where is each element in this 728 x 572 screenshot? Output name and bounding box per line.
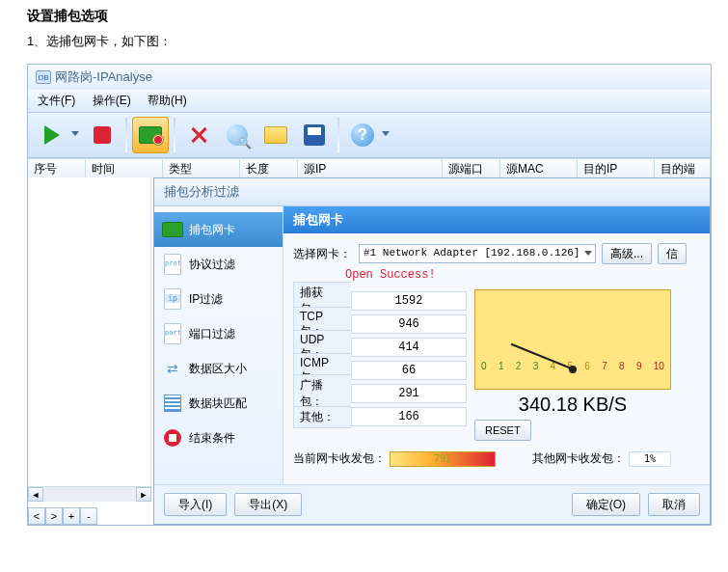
menu-file[interactable]: 文件(F) (38, 94, 75, 107)
help-button[interactable]: ? (344, 117, 381, 153)
menu-help[interactable]: 帮助(H) (148, 94, 187, 107)
open-success-text: Open Success! (345, 268, 700, 282)
app-window: DB 网路岗-IPAnalyse 文件(F) 操作(E) 帮助(H) ? 序号 … (27, 64, 712, 526)
sidebar-item-data-size[interactable]: ⇄ 数据区大小 (154, 351, 283, 386)
scroll-right-arrow[interactable]: ► (136, 487, 151, 502)
open-button[interactable] (257, 117, 294, 153)
sidebar-item-label: 捕包网卡 (189, 222, 235, 238)
stat-icmp-value: 66 (351, 361, 467, 380)
doc-heading: 设置捕包选项 (0, 0, 728, 29)
adapter-dropdown[interactable]: #1 Network Adapter [192.168.0.126] (359, 244, 596, 263)
dialog-sidebar: 捕包网卡 协议过滤 IP过滤 端口过滤 ⇄ (154, 206, 283, 484)
other-traffic-value: 1% (629, 451, 671, 467)
col-time[interactable]: 时间 (86, 159, 163, 177)
play-button[interactable] (34, 117, 70, 153)
capture-card-button[interactable] (132, 117, 169, 153)
toolbar: ? (28, 113, 711, 158)
col-src-mac[interactable]: 源MAC (500, 159, 578, 177)
sidebar-item-protocol-filter[interactable]: 协议过滤 (154, 247, 283, 282)
titlebar: DB 网路岗-IPAnalyse (28, 65, 711, 90)
network-card-icon (162, 222, 183, 237)
col-src-port[interactable]: 源端口 (443, 159, 500, 177)
sidebar-item-label: 结束条件 (189, 430, 235, 447)
nav-left-button[interactable]: < (28, 507, 45, 525)
panel: 捕包网卡 选择网卡： #1 Network Adapter [192.168.0… (283, 206, 710, 484)
current-traffic-bar: 791 (390, 451, 496, 467)
stop-circle-icon (164, 429, 181, 447)
col-src-ip[interactable]: 源IP (298, 159, 443, 177)
stat-other-label: 其他： (293, 406, 351, 428)
sidebar-item-label: 端口过滤 (189, 326, 235, 342)
stat-broadcast-value: 291 (351, 384, 467, 403)
folder-icon (264, 126, 287, 144)
protocol-icon (164, 254, 181, 275)
stop-button[interactable] (84, 117, 121, 153)
network-card-icon (139, 126, 162, 144)
sidebar-item-label: IP过滤 (189, 291, 223, 308)
filter-dialog: 捕包分析过滤 捕包网卡 协议过滤 IP过滤 (153, 177, 711, 525)
reset-button[interactable]: RESET (474, 420, 531, 441)
export-button[interactable]: 导出(X) (234, 493, 302, 516)
col-seq[interactable]: 序号 (28, 159, 86, 177)
port-icon (164, 323, 181, 344)
matrix-icon (164, 395, 181, 412)
col-dst-port[interactable]: 目的端 (655, 159, 711, 177)
import-button[interactable]: 导入(I) (164, 493, 227, 516)
save-button[interactable] (296, 117, 333, 153)
sidebar-item-ip-filter[interactable]: IP过滤 (154, 282, 283, 316)
delete-icon (189, 125, 208, 145)
stats-table: 捕获包：1592 TCP包：946 UDP包：414 ICMP包：66 广播包：… (293, 289, 467, 441)
column-headers: 序号 时间 类型 长度 源IP 源端口 源MAC 目的IP 目的端 (28, 158, 711, 177)
col-dst-ip[interactable]: 目的IP (578, 159, 655, 177)
sidebar-item-port-filter[interactable]: 端口过滤 (154, 316, 283, 351)
info-button[interactable]: 信 (658, 243, 687, 264)
other-traffic-label: 其他网卡收发包： (532, 450, 625, 467)
panel-header: 捕包网卡 (283, 206, 710, 233)
stop-icon (94, 126, 111, 144)
current-traffic-label: 当前网卡收发包： (293, 450, 386, 467)
ip-lookup-button[interactable] (219, 117, 256, 153)
save-icon (304, 124, 325, 146)
delete-button[interactable] (180, 117, 217, 153)
sidebar-item-capture-card[interactable]: 捕包网卡 (154, 212, 283, 247)
gauge-speed-value: 340.18 KB/S (474, 394, 671, 416)
stat-other-value: 166 (351, 407, 467, 426)
advanced-button[interactable]: 高级... (602, 243, 652, 264)
stat-udp-value: 414 (351, 338, 467, 357)
speed-gauge: 0123 456 78910 (474, 289, 671, 390)
packet-list-empty (28, 177, 151, 486)
dialog-footer: 导入(I) 导出(X) 确定(O) 取消 (154, 484, 710, 524)
col-length[interactable]: 长度 (240, 159, 298, 177)
menubar: 文件(F) 操作(E) 帮助(H) (28, 90, 711, 113)
sidebar-item-label: 数据区大小 (189, 361, 247, 377)
menu-operate[interactable]: 操作(E) (93, 94, 131, 107)
sidebar-item-data-block[interactable]: 数据块匹配 (154, 386, 283, 421)
globe-search-icon (227, 124, 248, 146)
stat-tcp-value: 946 (351, 314, 467, 334)
nav-right-button[interactable]: > (45, 507, 63, 525)
select-adapter-label: 选择网卡： (293, 246, 351, 262)
app-title: 网路岗-IPAnalyse (55, 68, 152, 86)
sidebar-item-end-condition[interactable]: 结束条件 (154, 421, 283, 455)
doc-step-text: 1、选捕包网卡，如下图： (0, 29, 728, 64)
col-type[interactable]: 类型 (163, 159, 240, 177)
play-icon (44, 125, 60, 145)
sidebar-item-label: 数据块匹配 (189, 395, 247, 412)
ip-icon (164, 288, 181, 310)
arrows-icon: ⇄ (162, 359, 183, 378)
ok-button[interactable]: 确定(O) (572, 493, 640, 516)
stat-captured-value: 1592 (351, 291, 467, 311)
sidebar-item-label: 协议过滤 (189, 257, 235, 273)
nav-minus-button[interactable]: - (80, 507, 97, 525)
scroll-left-arrow[interactable]: ◄ (28, 487, 43, 502)
cancel-button[interactable]: 取消 (648, 493, 700, 516)
hscrollbar[interactable]: ◄ ► (28, 486, 151, 502)
dialog-title: 捕包分析过滤 (154, 178, 710, 206)
help-icon: ? (351, 123, 374, 147)
app-icon: DB (36, 70, 51, 84)
nav-plus-button[interactable]: + (63, 507, 80, 525)
